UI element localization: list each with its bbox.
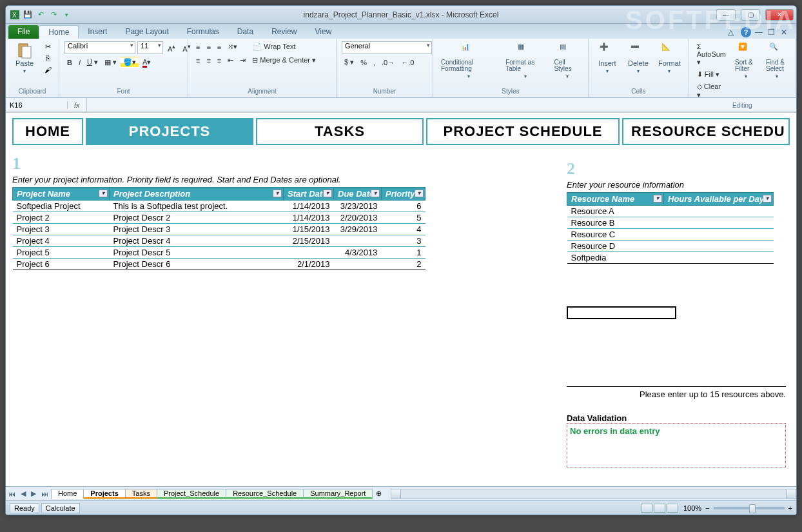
wbk-restore-icon[interactable]: ❐ (768, 28, 777, 37)
filter-dropdown-icon[interactable]: ▾ (323, 190, 332, 197)
table-row[interactable]: Resource A (567, 206, 774, 217)
filter-dropdown-icon[interactable]: ▾ (763, 195, 772, 202)
new-sheet-icon[interactable]: ⊕ (372, 489, 386, 498)
insert-cells-button[interactable]: ➕Insert▾ (594, 41, 621, 75)
italic-button[interactable]: I (76, 57, 83, 68)
minimize-ribbon-icon[interactable]: △ (728, 28, 737, 37)
view-pagebreak-icon[interactable] (667, 504, 678, 513)
view-normal-icon[interactable] (641, 504, 652, 513)
underline-button[interactable]: U ▾ (84, 57, 101, 68)
name-box[interactable]: K16 (6, 101, 68, 109)
filter-dropdown-icon[interactable]: ▾ (371, 190, 380, 197)
fx-button[interactable]: fx (68, 101, 86, 109)
qat-dropdown-icon[interactable]: ▾ (61, 10, 72, 20)
find-select-button[interactable]: 🔍Find & Select▾ (763, 41, 790, 81)
wbk-close-icon[interactable]: ✕ (781, 28, 790, 37)
number-format-combo[interactable]: General (342, 41, 432, 54)
align-right-icon[interactable]: ≡ (215, 55, 224, 66)
table-row[interactable]: Project 6Project Descr 62/1/20132 (13, 259, 425, 270)
table-row[interactable]: Resource B (567, 217, 774, 229)
tab-insert[interactable]: Insert (79, 25, 116, 39)
tab-prev-icon[interactable]: ◀ (18, 489, 28, 498)
increase-font-icon[interactable]: A▴ (165, 41, 178, 54)
orientation-icon[interactable]: ⤭▾ (225, 41, 240, 52)
tab-home[interactable]: Home (39, 25, 79, 39)
filter-dropdown-icon[interactable]: ▾ (99, 190, 108, 197)
save-icon[interactable]: 💾 (23, 10, 33, 20)
table-row[interactable]: Softpedia (567, 252, 774, 264)
fill-button[interactable]: ⬇ Fill ▾ (694, 69, 729, 80)
zoom-out-button[interactable]: − (705, 504, 709, 512)
comma-icon[interactable]: , (371, 57, 378, 68)
format-as-table-button[interactable]: ▦Format as Table▾ (503, 41, 547, 81)
conditional-formatting-button[interactable]: 📊Conditional Formatting▾ (438, 41, 499, 81)
table-row[interactable]: Project 3Project Descr 31/15/20133/29/20… (13, 224, 425, 235)
clear-button[interactable]: ◇ Clear ▾ (694, 81, 729, 101)
percent-icon[interactable]: % (358, 57, 369, 68)
tab-first-icon[interactable]: ⏮ (6, 490, 18, 498)
cell-styles-button[interactable]: ▤Cell Styles▾ (551, 41, 582, 81)
horizontal-scrollbar[interactable] (391, 489, 796, 499)
align-bottom-icon[interactable]: ≡ (215, 42, 224, 52)
align-middle-icon[interactable]: ≡ (204, 42, 213, 52)
align-left-icon[interactable]: ≡ (193, 55, 202, 66)
bold-button[interactable]: B (64, 57, 75, 68)
copy-icon[interactable]: ⎘ (42, 53, 54, 63)
sheet-tab-resource_schedule[interactable]: Resource_Schedule (226, 489, 304, 499)
redo-icon[interactable]: ↷ (48, 10, 59, 20)
sheet-tab-project_schedule[interactable]: Project_Schedule (157, 489, 226, 499)
format-cells-button[interactable]: 📐Format▾ (656, 41, 683, 75)
align-top-icon[interactable]: ≡ (193, 42, 202, 52)
sort-filter-button[interactable]: 🔽Sort & Filter▾ (732, 41, 759, 81)
file-tab[interactable]: File (8, 25, 39, 39)
sheet-tab-summary_report[interactable]: Summary_Report (303, 489, 373, 499)
nav-resource-schedule[interactable]: RESOURCE SCHEDU (622, 118, 790, 145)
font-name-combo[interactable]: Calibri (64, 41, 135, 54)
paste-button[interactable]: Paste ▾ (11, 41, 38, 75)
maximize-button[interactable]: ▢ (741, 9, 760, 21)
align-center-icon[interactable]: ≡ (204, 55, 213, 66)
projects-table[interactable]: Project Name▾ Project Description▾ Start… (12, 187, 425, 270)
increase-decimal-icon[interactable]: .0→ (379, 57, 397, 68)
tab-next-icon[interactable]: ▶ (28, 489, 39, 498)
undo-icon[interactable]: ↶ (35, 10, 46, 20)
nav-tasks[interactable]: TASKS (256, 118, 424, 145)
cut-icon[interactable]: ✂ (42, 41, 54, 52)
format-painter-icon[interactable]: 🖌 (42, 64, 54, 75)
sheet-tab-tasks[interactable]: Tasks (125, 489, 157, 499)
status-calculate[interactable]: Calculate (41, 503, 80, 513)
fill-color-button[interactable]: 🪣▾ (121, 57, 139, 68)
nav-projects[interactable]: PROJECTS (86, 118, 253, 145)
tab-page-layout[interactable]: Page Layout (116, 25, 177, 39)
tab-view[interactable]: View (306, 25, 341, 39)
tab-review[interactable]: Review (262, 25, 306, 39)
sheet-tab-projects[interactable]: Projects (83, 489, 125, 499)
filter-dropdown-icon[interactable]: ▾ (273, 190, 282, 197)
table-row[interactable]: Softpedia ProjectThis is a Softpedia tes… (13, 201, 425, 212)
delete-cells-button[interactable]: ➖Delete▾ (625, 41, 652, 75)
decrease-decimal-icon[interactable]: ←.0 (398, 57, 416, 68)
nav-home[interactable]: HOME (12, 118, 83, 145)
filter-dropdown-icon[interactable]: ▾ (653, 195, 662, 202)
table-row[interactable]: Resource D (567, 241, 774, 252)
zoom-slider[interactable] (714, 507, 785, 509)
table-row[interactable]: Project 5Project Descr 54/3/20131 (13, 247, 425, 259)
merge-center-button[interactable]: ⊟ Merge & Center ▾ (249, 55, 318, 66)
resources-table[interactable]: Resource Name▾ Hours Available per Day▾ … (567, 192, 774, 264)
increase-indent-icon[interactable]: ⇥ (237, 55, 248, 66)
table-row[interactable]: Project 4Project Descr 42/15/20133 (13, 235, 425, 247)
zoom-in-button[interactable]: + (788, 504, 792, 512)
help-icon[interactable]: ? (741, 27, 751, 37)
zoom-level[interactable]: 100% (683, 504, 701, 512)
font-size-combo[interactable]: 11 (137, 41, 163, 54)
autosum-button[interactable]: Σ AutoSum ▾ (694, 41, 729, 68)
wbk-minimize-icon[interactable]: — (755, 28, 764, 37)
tab-formulas[interactable]: Formulas (178, 25, 228, 39)
sheet-tab-home[interactable]: Home (51, 489, 84, 499)
minimize-button[interactable]: — (716, 9, 736, 21)
nav-project-schedule[interactable]: PROJECT SCHEDULE (426, 118, 620, 145)
tab-data[interactable]: Data (228, 25, 262, 39)
font-color-button[interactable]: A▾ (140, 57, 153, 68)
selected-cell[interactable] (567, 306, 676, 319)
view-layout-icon[interactable] (654, 504, 665, 513)
